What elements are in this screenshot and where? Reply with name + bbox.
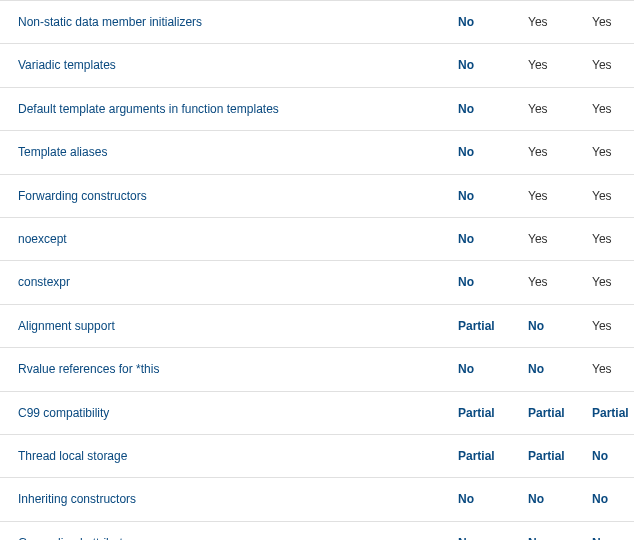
b-status-text: Yes	[528, 58, 548, 72]
c-status-link[interactable]: No	[592, 536, 608, 540]
a-status-link[interactable]: Partial	[458, 319, 495, 333]
b-status-link[interactable]: No	[528, 362, 544, 376]
a-status: No	[440, 131, 510, 174]
c-status-text: Yes	[592, 319, 612, 333]
feature-link[interactable]: constexpr	[18, 275, 70, 289]
b-status: Yes	[510, 217, 574, 260]
table-row: noexceptNoYesYes	[0, 217, 634, 260]
c-status-text: Yes	[592, 58, 612, 72]
table-row: C99 compatibilityPartialPartialPartial	[0, 391, 634, 434]
a-status: Partial	[440, 391, 510, 434]
b-status: Yes	[510, 87, 574, 130]
b-status-text: Yes	[528, 145, 548, 159]
b-status: No	[510, 521, 574, 540]
b-status-link[interactable]: Partial	[528, 406, 565, 420]
feature-cell: noexcept	[0, 217, 440, 260]
b-status: Yes	[510, 131, 574, 174]
feature-cell: Generalized attributes	[0, 521, 440, 540]
feature-cell: Variadic templates	[0, 44, 440, 87]
c-status: Yes	[574, 87, 634, 130]
c-status-link[interactable]: Partial	[592, 406, 629, 420]
c-status-text: Yes	[592, 362, 612, 376]
a-status-link[interactable]: Partial	[458, 406, 495, 420]
feature-cell: Inheriting constructors	[0, 478, 440, 521]
b-status: No	[510, 304, 574, 347]
feature-link[interactable]: Generalized attributes	[18, 536, 135, 540]
b-status: Yes	[510, 261, 574, 304]
c-status-link[interactable]: No	[592, 492, 608, 506]
c-status: Yes	[574, 348, 634, 391]
feature-link[interactable]: Alignment support	[18, 319, 115, 333]
feature-support-table: Non-static data member initializersNoYes…	[0, 0, 634, 540]
feature-link[interactable]: Inheriting constructors	[18, 492, 136, 506]
b-status: Partial	[510, 391, 574, 434]
c-status: Partial	[574, 391, 634, 434]
a-status-link[interactable]: No	[458, 145, 474, 159]
b-status: Yes	[510, 174, 574, 217]
c-status: Yes	[574, 1, 634, 44]
table-row: Rvalue references for *thisNoNoYes	[0, 348, 634, 391]
c-status: Yes	[574, 174, 634, 217]
c-status-link[interactable]: No	[592, 449, 608, 463]
b-status-text: Yes	[528, 189, 548, 203]
a-status: No	[440, 217, 510, 260]
c-status-text: Yes	[592, 102, 612, 116]
feature-cell: Rvalue references for *this	[0, 348, 440, 391]
a-status-link[interactable]: No	[458, 492, 474, 506]
b-status-link[interactable]: Partial	[528, 449, 565, 463]
c-status: No	[574, 434, 634, 477]
a-status: No	[440, 174, 510, 217]
a-status-link[interactable]: No	[458, 362, 474, 376]
a-status-link[interactable]: No	[458, 536, 474, 540]
b-status-text: Yes	[528, 102, 548, 116]
a-status: No	[440, 521, 510, 540]
a-status: No	[440, 1, 510, 44]
feature-link[interactable]: Variadic templates	[18, 58, 116, 72]
feature-link[interactable]: Template aliases	[18, 145, 107, 159]
b-status-link[interactable]: No	[528, 536, 544, 540]
b-status: No	[510, 478, 574, 521]
a-status-link[interactable]: No	[458, 102, 474, 116]
c-status: No	[574, 521, 634, 540]
a-status-link[interactable]: Partial	[458, 449, 495, 463]
c-status: Yes	[574, 44, 634, 87]
c-status: Yes	[574, 261, 634, 304]
table-row: Thread local storagePartialPartialNo	[0, 434, 634, 477]
feature-link[interactable]: Non-static data member initializers	[18, 15, 202, 29]
c-status-text: Yes	[592, 189, 612, 203]
b-status-text: Yes	[528, 275, 548, 289]
table-row: Generalized attributesNoNoNo	[0, 521, 634, 540]
feature-link[interactable]: C99 compatibility	[18, 406, 109, 420]
feature-cell: Forwarding constructors	[0, 174, 440, 217]
b-status: Partial	[510, 434, 574, 477]
c-status: Yes	[574, 304, 634, 347]
a-status-link[interactable]: No	[458, 15, 474, 29]
feature-link[interactable]: Forwarding constructors	[18, 189, 147, 203]
feature-link[interactable]: Default template arguments in function t…	[18, 102, 279, 116]
a-status-link[interactable]: No	[458, 275, 474, 289]
b-status-link[interactable]: No	[528, 319, 544, 333]
feature-cell: Template aliases	[0, 131, 440, 174]
table-row: Template aliasesNoYesYes	[0, 131, 634, 174]
table-row: constexprNoYesYes	[0, 261, 634, 304]
table-row: Non-static data member initializersNoYes…	[0, 1, 634, 44]
a-status-link[interactable]: No	[458, 58, 474, 72]
b-status-text: Yes	[528, 232, 548, 246]
a-status-link[interactable]: No	[458, 232, 474, 246]
a-status-link[interactable]: No	[458, 189, 474, 203]
feature-link[interactable]: Thread local storage	[18, 449, 127, 463]
feature-cell: Default template arguments in function t…	[0, 87, 440, 130]
feature-cell: C99 compatibility	[0, 391, 440, 434]
a-status: Partial	[440, 304, 510, 347]
b-status-link[interactable]: No	[528, 492, 544, 506]
c-status: Yes	[574, 131, 634, 174]
b-status-text: Yes	[528, 15, 548, 29]
b-status: Yes	[510, 44, 574, 87]
feature-cell: Alignment support	[0, 304, 440, 347]
feature-link[interactable]: noexcept	[18, 232, 67, 246]
feature-link[interactable]: Rvalue references for *this	[18, 362, 159, 376]
a-status: No	[440, 478, 510, 521]
c-status-text: Yes	[592, 15, 612, 29]
table-row: Alignment supportPartialNoYes	[0, 304, 634, 347]
table-row: Variadic templatesNoYesYes	[0, 44, 634, 87]
